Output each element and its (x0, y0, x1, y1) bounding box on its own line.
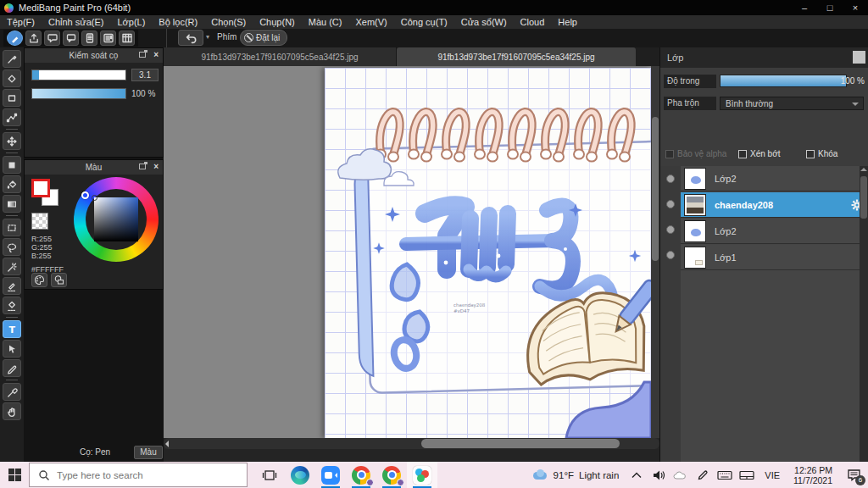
layer-opacity-slider[interactable] (720, 75, 847, 87)
visibility-dot[interactable] (666, 200, 675, 208)
reset-button[interactable]: Đặt lại (240, 30, 287, 46)
taskbar-zoom[interactable] (315, 462, 346, 488)
undo-button[interactable] (178, 30, 203, 46)
tray-chevron-up[interactable] (626, 462, 648, 488)
move-tool[interactable] (3, 132, 21, 150)
taskbar-edge[interactable] (285, 462, 315, 488)
bucket-tool[interactable] (3, 175, 21, 193)
material-grid-icon[interactable] (119, 30, 135, 46)
transparent-color-swatch[interactable] (31, 213, 48, 230)
text-tool[interactable]: T (3, 320, 21, 338)
clipping-checkbox[interactable]: Xén bớt (738, 149, 780, 158)
menu-view[interactable]: Xem(V) (348, 15, 393, 29)
document-tab-2[interactable]: 91fb13d973be17f91607095c5ea34f25.jpg (397, 47, 636, 66)
select-eraser-tool[interactable] (3, 297, 21, 314)
brush-size-value[interactable]: 3.1 (131, 69, 159, 81)
curve-tool[interactable] (3, 108, 21, 126)
pen-icon[interactable] (692, 462, 714, 488)
weather-widget[interactable]: 91°F Light rain (533, 469, 620, 481)
eyedropper-tool[interactable] (3, 383, 21, 401)
menu-filter[interactable]: Bộ lọc(R) (152, 15, 204, 29)
popout-icon[interactable] (139, 52, 146, 58)
search-input[interactable] (57, 470, 218, 480)
taskbar-chrome-2[interactable] (376, 462, 407, 488)
close-button[interactable]: × (843, 0, 868, 15)
menu-select[interactable]: Chọn(S) (204, 15, 253, 29)
close-icon[interactable]: × (153, 162, 159, 171)
minimize-button[interactable]: – (792, 0, 817, 15)
blend-mode-dropdown[interactable]: Bình thường (720, 97, 864, 110)
brush-opacity-slider[interactable] (31, 88, 126, 99)
taskbar-clock[interactable]: 12:26 PM 11/7/2021 (787, 465, 839, 485)
pen-tool[interactable] (3, 359, 21, 377)
brush-list-icon[interactable] (100, 30, 116, 46)
hand-tool[interactable] (3, 402, 21, 420)
cloud-brush-icon[interactable] (7, 30, 23, 46)
comment-alt-icon[interactable] (63, 30, 79, 46)
canvas-page[interactable]: chaenday208 #vD47 (325, 68, 651, 438)
scroll-up-arrow[interactable] (860, 168, 867, 171)
onedrive-cloud-icon[interactable] (670, 462, 692, 488)
color-status-tab[interactable]: Màu (134, 446, 163, 459)
menu-tools[interactable]: Công cụ(T) (394, 15, 454, 29)
start-button[interactable] (0, 462, 29, 488)
canvas-vertical-scrollbar[interactable] (651, 66, 659, 438)
menu-window[interactable]: Cửa sổ(W) (454, 15, 514, 29)
visibility-dot[interactable] (666, 225, 675, 234)
palette-icon[interactable] (31, 273, 47, 287)
menu-cloud[interactable]: Cloud (514, 15, 552, 29)
notification-center-button[interactable]: 6 (839, 462, 868, 488)
magic-wand-tool[interactable] (3, 258, 21, 275)
select-lasso-tool[interactable] (3, 238, 21, 256)
layers-menu-button[interactable] (853, 51, 865, 64)
operation-tool[interactable] (3, 340, 21, 358)
gradient-tool[interactable] (3, 195, 21, 213)
fill-rect-tool[interactable] (3, 156, 21, 174)
protect-alpha-checkbox[interactable]: Bảo vệ alpha (665, 149, 726, 158)
task-view-button[interactable] (254, 462, 285, 488)
taskbar-medibang[interactable] (407, 462, 437, 488)
scroll-left-arrow[interactable] (165, 441, 169, 447)
brush-size-slider[interactable] (31, 69, 126, 80)
canvas-viewport[interactable]: chaenday208 #vD47 (164, 66, 659, 438)
language-indicator[interactable]: VIE (758, 470, 787, 480)
document-tab-1[interactable]: 91fb13d973be17f91607095c5ea34f25.jpg (164, 47, 397, 66)
menu-snap[interactable]: Chụp(N) (253, 15, 302, 29)
lock-checkbox[interactable]: Khóa (806, 149, 837, 158)
undo-dropdown-caret[interactable]: ▾ (206, 33, 211, 42)
taskbar-search[interactable] (29, 463, 248, 487)
layer-row[interactable]: Lớp2 (681, 166, 868, 191)
taskbar-chrome-1[interactable] (346, 462, 376, 488)
menu-edit[interactable]: Chỉnh sửa(E) (42, 15, 110, 29)
touchpad-icon[interactable] (736, 462, 758, 488)
document-icon[interactable] (81, 30, 97, 46)
foreground-color-swatch[interactable] (31, 179, 50, 197)
select-pen-tool[interactable] (3, 277, 21, 295)
menu-layer[interactable]: Lớp(L) (110, 15, 152, 29)
popout-icon[interactable] (139, 164, 146, 169)
horizontal-scroll-thumb[interactable] (421, 439, 620, 448)
close-icon[interactable]: × (153, 50, 159, 59)
brush-tool[interactable] (3, 50, 21, 68)
volume-icon[interactable] (648, 462, 670, 488)
vertical-scroll-thumb[interactable] (652, 117, 659, 261)
export-icon[interactable] (25, 30, 42, 46)
layer-row[interactable]: Lớp1 (681, 245, 868, 270)
select-marquee-tool[interactable] (3, 219, 21, 236)
layers-scroll-thumb[interactable] (860, 176, 867, 219)
menu-color[interactable]: Màu (C) (302, 15, 349, 29)
color-wheel[interactable] (74, 177, 159, 262)
visibility-dot[interactable] (666, 251, 675, 259)
comment-icon[interactable] (44, 30, 60, 46)
color-set-icon[interactable] (51, 273, 67, 287)
layer-row[interactable]: Lớp2 (681, 219, 868, 244)
menu-file[interactable]: Tệp(F) (0, 15, 42, 29)
canvas-horizontal-scrollbar[interactable] (164, 438, 659, 449)
layers-scrollbar[interactable] (860, 166, 868, 488)
menu-help[interactable]: Help (551, 15, 584, 29)
saturation-value-box[interactable] (94, 197, 138, 241)
maximize-button[interactable]: □ (817, 0, 843, 15)
shape-tool[interactable] (3, 89, 21, 107)
eraser-tool[interactable] (3, 69, 21, 87)
keyboard-icon[interactable] (714, 462, 736, 488)
